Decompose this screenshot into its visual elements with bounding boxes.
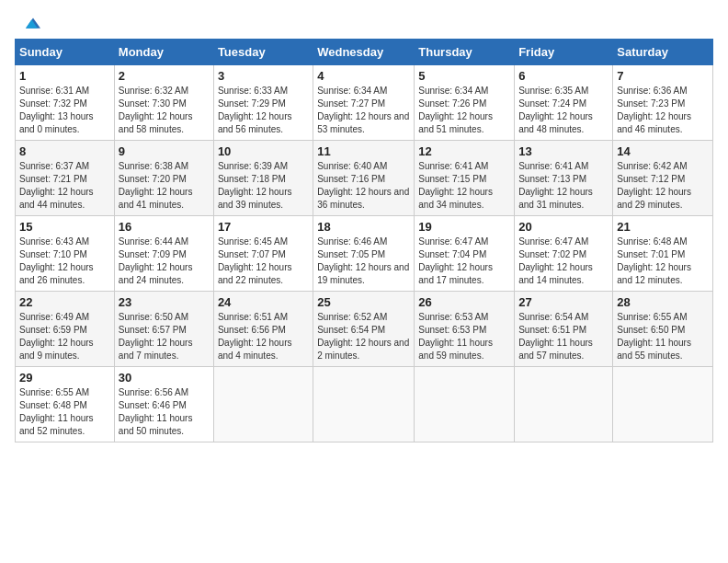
calendar-cell: 7Sunrise: 6:36 AMSunset: 7:23 PMDaylight… — [613, 65, 713, 141]
calendar-cell: 27Sunrise: 6:54 AMSunset: 6:51 PMDayligh… — [515, 292, 613, 367]
calendar-week-row: 1Sunrise: 6:31 AMSunset: 7:32 PMDaylight… — [16, 65, 713, 141]
day-number: 14 — [617, 144, 709, 158]
calendar-cell: 9Sunrise: 6:38 AMSunset: 7:20 PMDaylight… — [114, 141, 213, 216]
calendar-cell: 8Sunrise: 6:37 AMSunset: 7:21 PMDaylight… — [16, 141, 115, 216]
calendar-cell: 28Sunrise: 6:55 AMSunset: 6:50 PMDayligh… — [613, 292, 713, 367]
day-info: Sunrise: 6:47 AMSunset: 7:04 PMDaylight:… — [418, 236, 510, 287]
day-info: Sunrise: 6:46 AMSunset: 7:05 PMDaylight:… — [317, 236, 410, 287]
weekday-header: Tuesday — [213, 40, 313, 65]
calendar-cell: 2Sunrise: 6:32 AMSunset: 7:30 PMDaylight… — [114, 65, 213, 141]
day-info: Sunrise: 6:45 AMSunset: 7:07 PMDaylight:… — [218, 236, 309, 287]
day-info: Sunrise: 6:34 AMSunset: 7:27 PMDaylight:… — [317, 85, 410, 136]
day-info: Sunrise: 6:51 AMSunset: 6:56 PMDaylight:… — [218, 311, 309, 362]
weekday-header: Saturday — [613, 40, 713, 65]
day-info: Sunrise: 6:39 AMSunset: 7:18 PMDaylight:… — [218, 160, 309, 212]
day-info: Sunrise: 6:43 AMSunset: 7:10 PMDaylight:… — [19, 236, 110, 287]
weekday-header: Wednesday — [313, 40, 415, 65]
calendar-week-row: 8Sunrise: 6:37 AMSunset: 7:21 PMDaylight… — [16, 141, 713, 216]
calendar-cell: 17Sunrise: 6:45 AMSunset: 7:07 PMDayligh… — [213, 216, 313, 292]
day-number: 11 — [317, 144, 410, 158]
day-number: 9 — [119, 144, 210, 158]
day-info: Sunrise: 6:54 AMSunset: 6:51 PMDaylight:… — [518, 311, 609, 362]
day-info: Sunrise: 6:56 AMSunset: 6:46 PMDaylight:… — [119, 386, 210, 438]
day-number: 28 — [617, 295, 709, 309]
calendar-cell: 24Sunrise: 6:51 AMSunset: 6:56 PMDayligh… — [213, 292, 313, 367]
weekday-header: Friday — [515, 40, 613, 65]
calendar-body: 1Sunrise: 6:31 AMSunset: 7:32 PMDaylight… — [16, 65, 713, 442]
day-info: Sunrise: 6:55 AMSunset: 6:50 PMDaylight:… — [617, 311, 709, 362]
calendar-cell: 22Sunrise: 6:49 AMSunset: 6:59 PMDayligh… — [16, 292, 115, 367]
day-number: 7 — [617, 69, 709, 83]
day-info: Sunrise: 6:53 AMSunset: 6:53 PMDaylight:… — [418, 311, 510, 362]
calendar-cell: 12Sunrise: 6:41 AMSunset: 7:15 PMDayligh… — [415, 141, 515, 216]
calendar-week-row: 22Sunrise: 6:49 AMSunset: 6:59 PMDayligh… — [16, 292, 713, 367]
day-info: Sunrise: 6:41 AMSunset: 7:15 PMDaylight:… — [418, 160, 510, 212]
calendar-cell: 23Sunrise: 6:50 AMSunset: 6:57 PMDayligh… — [114, 292, 213, 367]
calendar-cell: 21Sunrise: 6:48 AMSunset: 7:01 PMDayligh… — [613, 216, 713, 292]
calendar-cell — [515, 367, 613, 442]
calendar-table: SundayMondayTuesdayWednesdayThursdayFrid… — [15, 39, 713, 442]
calendar-cell: 5Sunrise: 6:34 AMSunset: 7:26 PMDaylight… — [415, 65, 515, 141]
calendar-cell: 14Sunrise: 6:42 AMSunset: 7:12 PMDayligh… — [613, 141, 713, 216]
day-info: Sunrise: 6:48 AMSunset: 7:01 PMDaylight:… — [617, 236, 709, 287]
day-info: Sunrise: 6:41 AMSunset: 7:13 PMDaylight:… — [518, 160, 609, 212]
calendar-cell: 4Sunrise: 6:34 AMSunset: 7:27 PMDaylight… — [313, 65, 415, 141]
day-number: 22 — [19, 295, 110, 309]
day-number: 6 — [518, 69, 609, 83]
calendar-cell: 11Sunrise: 6:40 AMSunset: 7:16 PMDayligh… — [313, 141, 415, 216]
calendar-cell: 13Sunrise: 6:41 AMSunset: 7:13 PMDayligh… — [515, 141, 613, 216]
calendar-cell: 6Sunrise: 6:35 AMSunset: 7:24 PMDaylight… — [515, 65, 613, 141]
logo — [15, 15, 40, 28]
day-info: Sunrise: 6:38 AMSunset: 7:20 PMDaylight:… — [119, 160, 210, 212]
day-info: Sunrise: 6:44 AMSunset: 7:09 PMDaylight:… — [119, 236, 210, 287]
day-number: 4 — [317, 69, 410, 83]
calendar-cell: 10Sunrise: 6:39 AMSunset: 7:18 PMDayligh… — [213, 141, 313, 216]
day-info: Sunrise: 6:35 AMSunset: 7:24 PMDaylight:… — [518, 85, 609, 136]
calendar-week-row: 29Sunrise: 6:55 AMSunset: 6:48 PMDayligh… — [16, 367, 713, 442]
day-number: 1 — [19, 69, 110, 83]
calendar-cell: 18Sunrise: 6:46 AMSunset: 7:05 PMDayligh… — [313, 216, 415, 292]
calendar-cell — [415, 367, 515, 442]
day-number: 16 — [119, 220, 210, 234]
day-number: 8 — [19, 144, 110, 158]
calendar-cell: 25Sunrise: 6:52 AMSunset: 6:54 PMDayligh… — [313, 292, 415, 367]
calendar-cell — [213, 367, 313, 442]
day-number: 18 — [317, 220, 410, 234]
day-number: 5 — [418, 69, 510, 83]
page-header — [15, 15, 713, 28]
day-info: Sunrise: 6:36 AMSunset: 7:23 PMDaylight:… — [617, 85, 709, 136]
day-number: 21 — [617, 220, 709, 234]
day-number: 15 — [19, 220, 110, 234]
day-info: Sunrise: 6:32 AMSunset: 7:30 PMDaylight:… — [119, 85, 210, 136]
calendar-cell: 30Sunrise: 6:56 AMSunset: 6:46 PMDayligh… — [114, 367, 213, 442]
calendar-week-row: 15Sunrise: 6:43 AMSunset: 7:10 PMDayligh… — [16, 216, 713, 292]
day-number: 13 — [518, 144, 609, 158]
day-info: Sunrise: 6:37 AMSunset: 7:21 PMDaylight:… — [19, 160, 110, 212]
day-number: 17 — [218, 220, 309, 234]
weekday-header: Thursday — [415, 40, 515, 65]
day-number: 27 — [518, 295, 609, 309]
calendar-cell: 29Sunrise: 6:55 AMSunset: 6:48 PMDayligh… — [16, 367, 115, 442]
calendar-cell: 19Sunrise: 6:47 AMSunset: 7:04 PMDayligh… — [415, 216, 515, 292]
calendar-cell: 1Sunrise: 6:31 AMSunset: 7:32 PMDaylight… — [16, 65, 115, 141]
day-number: 30 — [119, 371, 210, 385]
calendar-cell — [613, 367, 713, 442]
day-number: 10 — [218, 144, 309, 158]
day-info: Sunrise: 6:34 AMSunset: 7:26 PMDaylight:… — [418, 85, 510, 136]
day-info: Sunrise: 6:47 AMSunset: 7:02 PMDaylight:… — [518, 236, 609, 287]
calendar-cell: 26Sunrise: 6:53 AMSunset: 6:53 PMDayligh… — [415, 292, 515, 367]
day-number: 29 — [19, 371, 110, 385]
day-info: Sunrise: 6:33 AMSunset: 7:29 PMDaylight:… — [218, 85, 309, 136]
day-number: 19 — [418, 220, 510, 234]
day-number: 12 — [418, 144, 510, 158]
day-info: Sunrise: 6:40 AMSunset: 7:16 PMDaylight:… — [317, 160, 410, 212]
calendar-cell: 20Sunrise: 6:47 AMSunset: 7:02 PMDayligh… — [515, 216, 613, 292]
calendar-cell — [313, 367, 415, 442]
day-info: Sunrise: 6:50 AMSunset: 6:57 PMDaylight:… — [119, 311, 210, 362]
weekday-header: Sunday — [16, 40, 115, 65]
logo-icon — [18, 15, 40, 33]
day-info: Sunrise: 6:52 AMSunset: 6:54 PMDaylight:… — [317, 311, 410, 362]
day-info: Sunrise: 6:42 AMSunset: 7:12 PMDaylight:… — [617, 160, 709, 212]
calendar-cell: 3Sunrise: 6:33 AMSunset: 7:29 PMDaylight… — [213, 65, 313, 141]
day-number: 2 — [119, 69, 210, 83]
